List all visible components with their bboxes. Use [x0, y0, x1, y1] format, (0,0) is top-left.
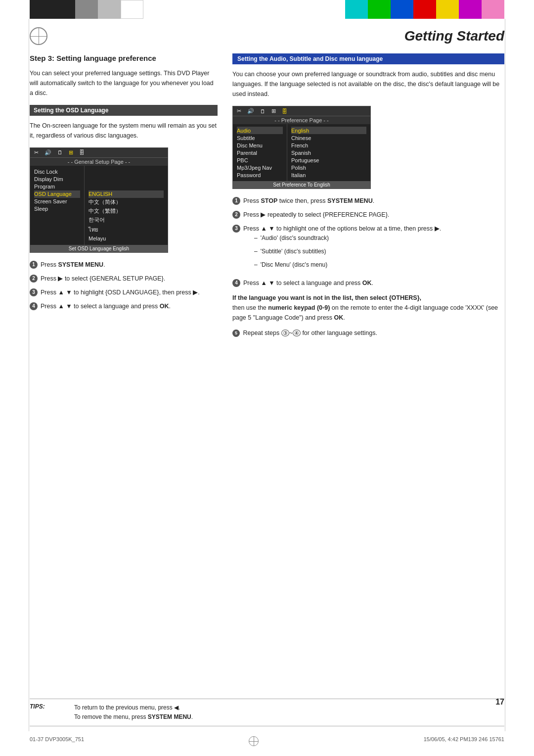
- pref-step-num-1: 1: [232, 197, 240, 205]
- crosshair-icon: [30, 27, 47, 45]
- page-num-text: 17: [495, 698, 504, 706]
- pref-menu-left: Audio Subtitle Disc Menu Parental PBC Mp…: [233, 124, 287, 181]
- color-block-gray: [75, 0, 98, 19]
- pref-icon-scissors: ✂: [237, 108, 241, 114]
- pref-icon-doc: 🗒: [260, 108, 266, 114]
- pref-menu-right: English Chinese French Spanish Portugues…: [287, 124, 370, 181]
- right-section-body: You can choose your own preferred langua…: [232, 69, 504, 99]
- tips-line-1: To return to the previous menu, press ◀.: [74, 703, 193, 712]
- osd-body-text: The On-screen language for the system me…: [30, 121, 218, 141]
- pref-sub-disc-menu: 'Disc Menu' (disc's menu): [254, 260, 504, 270]
- osd-right-korean: 한국어: [89, 216, 164, 225]
- osd-menu-left: Disc Lock Display Dim Program OSD Langua…: [30, 166, 85, 245]
- osd-menu-title: - - General Setup Page - -: [30, 158, 168, 166]
- osd-menu-graphic: ✂ 🔊 🗒 ⊞ 🗄 - - General Setup Page - - Dis…: [30, 147, 168, 253]
- osd-row-sleep: Sleep: [34, 205, 80, 213]
- osd-step-2: 2 Press ▶ to select {GENERAL SETUP PAGE}…: [30, 274, 218, 284]
- color-block-blue: [391, 0, 413, 19]
- pref-icon-folder: 🗄: [282, 108, 287, 114]
- repeat-circle-5: 5: [232, 330, 240, 337]
- right-column: Setting the Audio, Subtitle and Disc men…: [232, 53, 504, 337]
- osd-icon-speaker: 🔊: [44, 149, 51, 156]
- osd-menu-right: ENGLISH 中文（简体） 中文（繁體） 한국어 ไทย Melayu: [85, 166, 168, 245]
- step-text-4: Press ▲ ▼ to select a language and press…: [41, 301, 218, 311]
- color-block-green: [368, 0, 391, 19]
- color-block-magenta: [459, 0, 482, 19]
- osd-row-disc-lock: Disc Lock: [34, 168, 80, 176]
- osd-row-program: Program: [34, 183, 80, 190]
- osd-menu-icons: ✂ 🔊 🗒 ⊞ 🗄: [30, 148, 168, 158]
- pref-menu-icons: ✂ 🔊 🗒 ⊞ 🗄: [233, 106, 370, 116]
- top-bar-left: [0, 0, 267, 19]
- page-number: 17: [495, 698, 504, 707]
- left-section-body: You can select your preferred language s…: [30, 68, 218, 98]
- tips-bar: TIPS: To return to the previous menu, pr…: [30, 699, 504, 726]
- step-num-1: 1: [30, 261, 38, 269]
- footer: 01-37 DVP3005K_751 15/06/05, 4:42 PM139 …: [30, 736, 504, 746]
- right-border: [505, 19, 505, 731]
- pref-step-text-3: Press ▲ ▼ to highlight one of the option…: [243, 224, 504, 274]
- footer-right: 15/06/05, 4:42 PM139 246 15761: [424, 736, 504, 746]
- osd-right-english: ENGLISH: [89, 190, 164, 198]
- pref-icon-chart: ⊞: [271, 108, 276, 114]
- step-text-2: Press ▶ to select {GENERAL SETUP PAGE}.: [41, 274, 218, 284]
- pref-right-polish: Polish: [291, 164, 366, 171]
- header-area: Getting Started: [0, 19, 534, 48]
- osd-row-display-dim: Display Dim: [34, 176, 80, 183]
- step-num-2: 2: [30, 275, 38, 283]
- osd-right-malay: Melayu: [89, 235, 164, 242]
- left-border: [29, 19, 29, 731]
- page-title: Getting Started: [404, 28, 504, 44]
- pref-right-chinese: Chinese: [291, 134, 366, 142]
- pref-menu-graphic: ✂ 🔊 🗒 ⊞ 🗄 - - Preference Page - - Audio …: [232, 106, 371, 189]
- others-section: If the language you want is not in the l…: [232, 293, 504, 323]
- osd-icon-scissors: ✂: [34, 149, 39, 156]
- osd-footer: Set OSD Language English: [30, 245, 168, 252]
- osd-icon-folder: 🗄: [79, 149, 85, 155]
- step-text-1: Press SYSTEM MENU.: [41, 260, 218, 270]
- pref-sub-audio: 'Audio' (disc's soundtrack): [254, 234, 504, 243]
- pref-right-spanish: Spanish: [291, 149, 366, 156]
- color-block-cyan: [345, 0, 368, 19]
- osd-menu-cols: Disc Lock Display Dim Program OSD Langua…: [30, 166, 168, 245]
- osd-right-empty2: [89, 176, 164, 183]
- osd-step-1: 1 Press SYSTEM MENU.: [30, 260, 218, 270]
- pref-footer: Set Preference To English: [233, 181, 370, 189]
- osd-icon-doc: 🗒: [57, 149, 63, 155]
- pref-step-num-4: 4: [232, 279, 240, 287]
- pref-step-text-4: Press ▲ ▼ to select a language and press…: [243, 278, 504, 288]
- footer-left: 01-37 DVP3005K_751: [30, 736, 84, 746]
- osd-row-screen-saver: Screen Saver: [34, 198, 80, 205]
- pref-right-portuguese: Portuguese: [291, 156, 366, 164]
- color-block-lgray: [98, 0, 121, 19]
- color-block-black2: [52, 0, 75, 19]
- pref-menu-cols: Audio Subtitle Disc Menu Parental PBC Mp…: [233, 124, 370, 181]
- main-content: Step 3: Setting language preference You …: [0, 48, 534, 337]
- pref-step-text-2: Press ▶ repeatedly to select {PREFERENCE…: [243, 210, 504, 220]
- osd-sub-heading: Setting the OSD Language: [30, 105, 218, 116]
- step-text-3: Press ▲ ▼ to highlight {OSD LANGUAGE}, t…: [41, 287, 218, 297]
- pref-right-italian: Italian: [291, 171, 366, 179]
- pref-step-4: 4 Press ▲ ▼ to select a language and pre…: [232, 278, 504, 288]
- pref-step-2: 2 Press ▶ repeatedly to select {PREFEREN…: [232, 210, 504, 220]
- right-section-heading: Setting the Audio, Subtitle and Disc men…: [232, 53, 504, 64]
- top-color-bar: [0, 0, 534, 19]
- color-block-white: [121, 0, 143, 19]
- step-num-4: 4: [30, 302, 38, 310]
- pref-step-1: 1 Press STOP twice then, press SYSTEM ME…: [232, 196, 504, 206]
- left-section-heading: Step 3: Setting language preference: [30, 53, 218, 63]
- pref-row-disc-menu: Disc Menu: [237, 142, 283, 149]
- color-block-red: [413, 0, 436, 19]
- pref-step-num-2: 2: [232, 211, 240, 219]
- pref-step-3-sublist: 'Audio' (disc's soundtrack) 'Subtitle' (…: [254, 234, 504, 270]
- color-block-yellow: [436, 0, 459, 19]
- pref-row-mp3: Mp3/Jpeg Nav: [237, 164, 283, 171]
- pref-row-parental: Parental: [237, 149, 283, 156]
- pref-row-audio: Audio: [237, 127, 283, 134]
- pref-step-text-1: Press STOP twice then, press SYSTEM MENU…: [243, 196, 504, 206]
- osd-right-empty1: [89, 168, 164, 176]
- pref-step-num-3: 3: [232, 225, 240, 233]
- pref-icon-speaker: 🔊: [247, 108, 254, 114]
- repeat-step-num-4: ④: [293, 330, 301, 336]
- osd-right-empty3: [89, 183, 164, 190]
